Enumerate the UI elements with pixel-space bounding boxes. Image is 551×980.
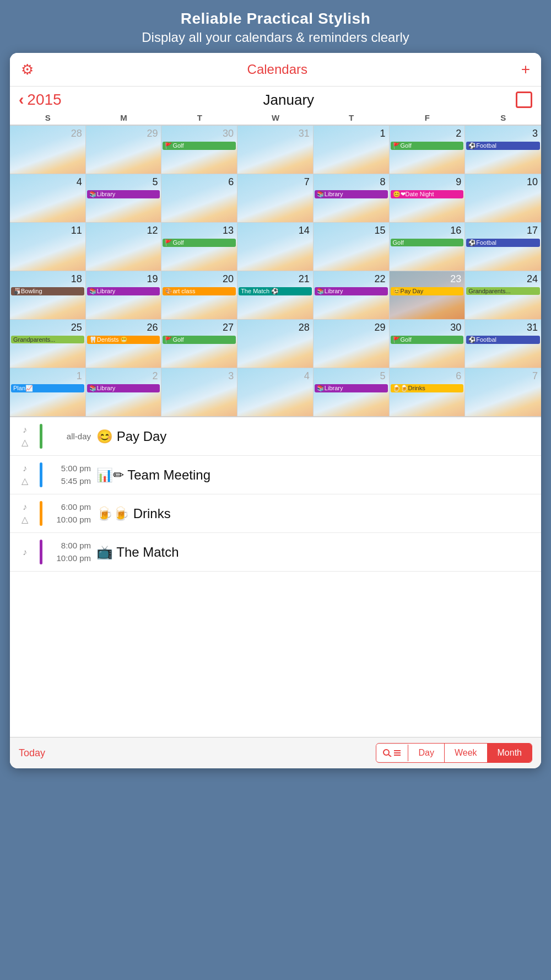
- calendar-event[interactable]: 🦷Dentists 😬: [87, 336, 160, 344]
- calendar-event[interactable]: 📚Library: [87, 190, 160, 198]
- month-view-button[interactable]: Month: [488, 744, 532, 762]
- day-number: 10: [465, 174, 541, 189]
- day-number: 4: [237, 368, 313, 383]
- cal-cell-22[interactable]: 22📚Library: [314, 271, 390, 320]
- cal-cell-other-3[interactable]: 3: [161, 368, 237, 417]
- agenda-event-row[interactable]: ♪8:00 pm10:00 pm📺 The Match: [10, 533, 541, 572]
- calendar-event[interactable]: ⚽Footbal: [466, 142, 540, 150]
- calendar-event[interactable]: 📚Library: [315, 190, 388, 198]
- cal-cell-other-28[interactable]: 28: [10, 126, 86, 174]
- cal-cell-12[interactable]: 12: [86, 223, 162, 271]
- today-button[interactable]: Today: [19, 747, 45, 759]
- cal-cell-17[interactable]: 17⚽Footbal: [465, 223, 541, 271]
- calendar-event[interactable]: 🚩Golf: [391, 336, 464, 344]
- day-number: 3: [161, 368, 237, 383]
- calendar-event[interactable]: ⚽Footbal: [466, 336, 540, 344]
- cal-cell-29[interactable]: 29: [314, 320, 390, 368]
- add-calendar-button[interactable]: +: [521, 61, 530, 78]
- calendar-event[interactable]: 🍺🍺Drinks: [391, 384, 464, 392]
- cal-cell-7[interactable]: 7: [237, 174, 314, 223]
- calendar-event[interactable]: ⚽Footbal: [466, 239, 540, 247]
- day-view-button[interactable]: Day: [408, 744, 444, 762]
- calendar-event[interactable]: 🚩Golf: [163, 142, 236, 150]
- cal-cell-21[interactable]: 21The Match ⚽: [237, 271, 314, 320]
- agenda-event-title: 🍺🍺 Drinks: [96, 506, 537, 521]
- day-header-fri: F: [390, 111, 466, 125]
- cal-cell-6[interactable]: 6: [161, 174, 237, 223]
- cal-cell-other-2[interactable]: 2📚Library: [86, 368, 162, 417]
- calendar-event[interactable]: 📚Library: [87, 384, 160, 392]
- cal-cell-10[interactable]: 10: [465, 174, 541, 223]
- cal-cell-other-1[interactable]: 1Plan📈: [10, 368, 86, 417]
- cal-cell-other-4[interactable]: 4: [237, 368, 314, 417]
- calendar-event[interactable]: 🎨art class: [163, 287, 236, 295]
- cal-cell-31[interactable]: 31⚽Footbal: [465, 320, 541, 368]
- cal-cell-16[interactable]: 16Golf: [390, 223, 466, 271]
- cal-cell-19[interactable]: 19📚Library: [86, 271, 162, 320]
- today-indicator[interactable]: [516, 91, 532, 108]
- cal-cell-other-30[interactable]: 30🚩Golf: [161, 126, 237, 174]
- calendars-title: Calendars: [247, 62, 307, 77]
- calendar-event[interactable]: Grandparents...: [466, 287, 540, 295]
- day-number: 25: [10, 320, 85, 335]
- day-header-sat: S: [465, 111, 541, 125]
- calendar-event[interactable]: Grandparents...: [11, 336, 84, 343]
- week-view-button[interactable]: Week: [445, 744, 488, 762]
- calendar-event[interactable]: The Match ⚽: [239, 287, 312, 295]
- cal-cell-5[interactable]: 5📚Library: [86, 174, 162, 223]
- calendar-event[interactable]: 🚩Golf: [163, 239, 236, 247]
- day-number: 22: [314, 271, 389, 286]
- cal-cell-other-7[interactable]: 7: [465, 368, 541, 417]
- cal-cell-13[interactable]: 13🚩Golf: [161, 223, 237, 271]
- calendar-event[interactable]: 🎳Bowling: [11, 287, 84, 295]
- cal-cell-4[interactable]: 4: [10, 174, 86, 223]
- cal-cell-other-29[interactable]: 29: [86, 126, 162, 174]
- cal-cell-23[interactable]: 23😊Pay Day: [390, 271, 466, 320]
- calendar-event[interactable]: 🚩Golf: [391, 142, 464, 150]
- cal-cell-24[interactable]: 24Grandparents...: [465, 271, 541, 320]
- calendar-event[interactable]: Plan📈: [11, 384, 84, 392]
- calendar-event[interactable]: 📚Library: [87, 287, 160, 295]
- gear-icon[interactable]: ⚙: [21, 61, 34, 78]
- calendar-event[interactable]: Golf: [391, 239, 464, 246]
- cal-cell-18[interactable]: 18🎳Bowling: [10, 271, 86, 320]
- cal-cell-20[interactable]: 20🎨art class: [161, 271, 237, 320]
- calendar-grid: 282930🚩Golf3112🚩Golf3⚽Footbal45📚Library6…: [10, 125, 541, 417]
- day-number: 27: [161, 320, 237, 335]
- day-number: 11: [10, 223, 85, 238]
- agenda-event-title: 😊 Pay Day: [96, 429, 537, 444]
- day-number: 20: [161, 271, 237, 286]
- cal-cell-14[interactable]: 14: [237, 223, 314, 271]
- cal-cell-28[interactable]: 28: [237, 320, 314, 368]
- agenda-event-row[interactable]: ♪△6:00 pm10:00 pm🍺🍺 Drinks: [10, 494, 541, 533]
- cal-cell-27[interactable]: 27🚩Golf: [161, 320, 237, 368]
- cal-cell-9[interactable]: 9😊❤Date Night: [390, 174, 466, 223]
- calendar-event[interactable]: 📚Library: [315, 287, 388, 295]
- bottom-spacer: [10, 572, 541, 737]
- cal-cell-8[interactable]: 8📚Library: [314, 174, 390, 223]
- cal-cell-other-5[interactable]: 5📚Library: [314, 368, 390, 417]
- calendar-event[interactable]: 📚Library: [315, 384, 388, 392]
- cal-cell-30[interactable]: 30🚩Golf: [390, 320, 466, 368]
- agenda-event-row[interactable]: ♪△5:00 pm5:45 pm📊✏ Team Meeting: [10, 456, 541, 494]
- agenda-event-time: 5:00 pm5:45 pm: [47, 462, 96, 487]
- day-number: 30: [161, 126, 237, 141]
- cal-cell-3[interactable]: 3⚽Footbal: [465, 126, 541, 174]
- cal-cell-15[interactable]: 15: [314, 223, 390, 271]
- year-label: 2015: [27, 91, 61, 109]
- calendar-event[interactable]: 🚩Golf: [163, 336, 236, 344]
- cal-cell-1[interactable]: 1: [314, 126, 390, 174]
- cal-cell-2[interactable]: 2🚩Golf: [390, 126, 466, 174]
- prev-year-button[interactable]: ‹: [19, 91, 24, 109]
- calendar-event[interactable]: 😊Pay Day: [391, 287, 464, 295]
- cal-cell-11[interactable]: 11: [10, 223, 86, 271]
- agenda-event-row[interactable]: ♪△all-day😊 Pay Day: [10, 417, 541, 456]
- cal-cell-25[interactable]: 25Grandparents...: [10, 320, 86, 368]
- calendar-event[interactable]: 😊❤Date Night: [391, 190, 464, 198]
- cal-cell-other-6[interactable]: 6🍺🍺Drinks: [390, 368, 466, 417]
- cal-cell-26[interactable]: 26🦷Dentists 😬: [86, 320, 162, 368]
- day-header-thu: T: [314, 111, 390, 125]
- cal-cell-other-31[interactable]: 31: [237, 126, 314, 174]
- day-header-wed: W: [237, 111, 314, 125]
- search-list-button[interactable]: [376, 745, 408, 761]
